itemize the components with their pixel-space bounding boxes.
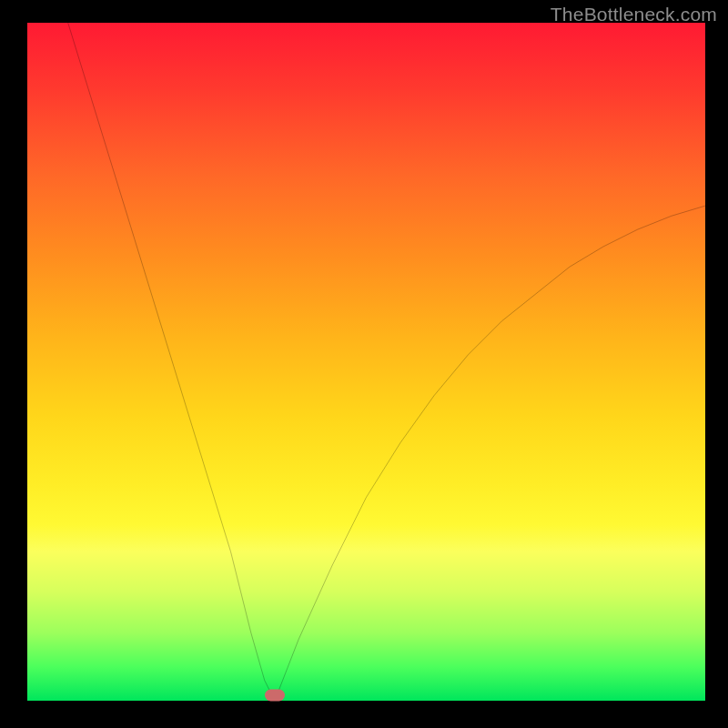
optimal-point-marker (265, 690, 285, 702)
plot-area (27, 23, 705, 701)
watermark-text: TheBottleneck.com (551, 4, 717, 25)
bottleneck-curve (27, 23, 705, 701)
chart-container: TheBottleneck.com (0, 0, 728, 728)
